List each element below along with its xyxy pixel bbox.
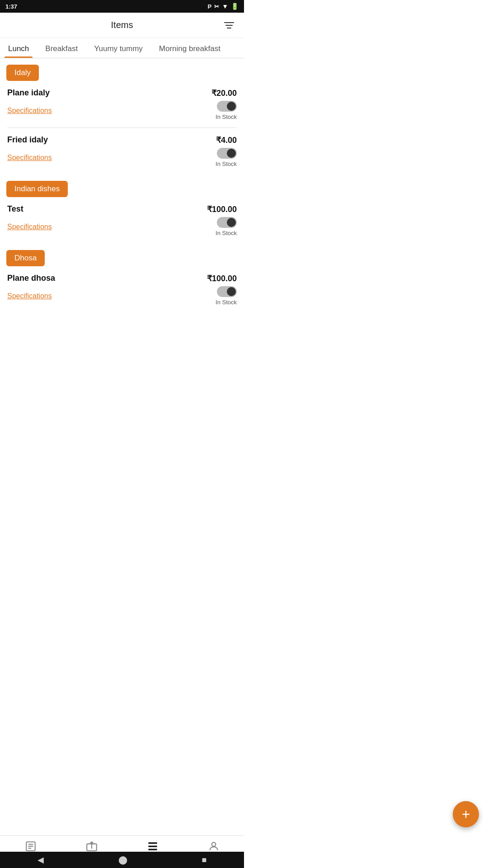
tab-lunch[interactable]: Lunch (0, 38, 37, 58)
category-tabs: LunchBreakfastYuumy tummyMorning breakfa… (0, 38, 244, 58)
toggle-knob (227, 149, 236, 158)
toggle-knob (227, 287, 236, 296)
stock-status: In Stock (216, 230, 237, 236)
stock-toggle[interactable] (217, 101, 237, 112)
header: Items (0, 13, 244, 38)
toggle-area: In Stock (216, 101, 237, 120)
menu-item: Plane dhosa ₹100.00 Specifications In St… (0, 266, 244, 313)
toggle-area: In Stock (216, 286, 237, 306)
filter-icon-line1 (224, 22, 234, 23)
stock-status: In Stock (216, 160, 237, 167)
page-title: Items (111, 20, 133, 30)
status-time: 1:37 (5, 3, 17, 10)
tab-breakfast[interactable]: Breakfast (37, 38, 86, 58)
stock-toggle[interactable] (217, 286, 237, 297)
filter-icon-line2 (225, 25, 233, 26)
category-badge: Dhosa (0, 244, 244, 266)
specifications-link[interactable]: Specifications (7, 223, 52, 231)
item-price: ₹100.00 (207, 204, 237, 214)
item-name: Plane dhosa (7, 274, 202, 283)
category-badge: Indian dishes (0, 175, 244, 197)
toggle-knob (227, 218, 236, 227)
toggle-knob (227, 102, 236, 111)
tab-yuumy[interactable]: Yuumy tummy (86, 38, 151, 58)
toggle-area: In Stock (216, 217, 237, 236)
p-icon: P (207, 3, 211, 10)
menu-item: Plane idaly ₹20.00 Specifications In Sto… (0, 81, 244, 127)
item-price: ₹100.00 (207, 274, 237, 283)
item-name: Fried idaly (7, 135, 211, 145)
menu-item: Fried idaly ₹4.00 Specifications In Stoc… (0, 128, 244, 175)
tab-morning[interactable]: Morning breakfast (151, 38, 229, 58)
filter-button[interactable] (222, 20, 236, 30)
item-name: Plane idaly (7, 88, 206, 98)
battery-icon: 🔋 (231, 3, 239, 10)
specifications-link[interactable]: Specifications (7, 107, 52, 115)
fax-icon: ✂ (214, 3, 219, 10)
stock-toggle[interactable] (217, 217, 237, 228)
specifications-link[interactable]: Specifications (7, 154, 52, 162)
specifications-link[interactable]: Specifications (7, 292, 52, 300)
filter-icon-line3 (227, 28, 231, 28)
item-price: ₹4.00 (216, 135, 237, 145)
stock-status: In Stock (216, 299, 237, 306)
status-icons: P ✂ ▼ 🔋 (207, 3, 239, 10)
item-name: Test (7, 204, 202, 214)
menu-content: Idaly Plane idaly ₹20.00 Specifications … (0, 58, 244, 349)
wifi-icon: ▼ (222, 3, 228, 10)
stock-status: In Stock (216, 113, 237, 120)
category-badge: Idaly (0, 58, 244, 81)
item-price: ₹20.00 (211, 88, 237, 98)
stock-toggle[interactable] (217, 148, 237, 159)
status-bar: 1:37 P ✂ ▼ 🔋 (0, 0, 244, 13)
menu-item: Test ₹100.00 Specifications In Stock (0, 197, 244, 244)
toggle-area: In Stock (216, 148, 237, 167)
